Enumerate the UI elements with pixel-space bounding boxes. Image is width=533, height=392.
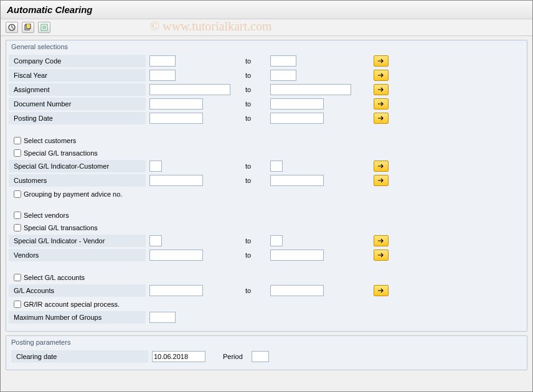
general-selections-title: General selections <box>6 40 527 54</box>
clearing-date-label: Clearing date <box>11 350 148 363</box>
vendors-row: Vendors to <box>9 248 524 262</box>
customers-from[interactable] <box>149 175 203 186</box>
select-vendors-row: Select vendors <box>9 209 524 222</box>
max-groups-input[interactable] <box>149 312 176 323</box>
execute-button[interactable] <box>6 22 18 33</box>
spec-gl-ind-vend-from[interactable] <box>149 235 162 246</box>
posting-parameters-group: Posting parameters Clearing date Period <box>6 335 527 370</box>
grir-checkbox[interactable] <box>14 301 21 308</box>
company-code-row: Company Code to <box>9 54 524 68</box>
customers-multi-button[interactable] <box>374 175 389 186</box>
spec-gl-ind-vend-row: Special G/L Indicator - Vendor to <box>9 234 524 248</box>
assignment-to[interactable] <box>270 84 351 95</box>
spec-gl-ind-vend-to[interactable] <box>270 235 283 246</box>
gl-accounts-row: G/L Accounts to <box>9 284 524 297</box>
period-input[interactable] <box>252 351 269 362</box>
vendors-label: Vendors <box>9 249 146 261</box>
options-button[interactable] <box>38 22 50 33</box>
spec-gl-ind-cust-to[interactable] <box>270 161 283 172</box>
toolbar <box>1 19 532 36</box>
fiscal-year-label: Fiscal Year <box>9 69 146 82</box>
document-number-multi-button[interactable] <box>374 98 389 110</box>
select-vendors-label: Select vendors <box>24 212 69 219</box>
spec-gl-ind-cust-row: Special G/L Indicator-Customer to <box>9 159 524 173</box>
grouping-advice-row: Grouping by payment advice no. <box>9 188 524 200</box>
gl-accounts-from[interactable] <box>149 285 203 296</box>
grir-label: GR/IR account special process. <box>24 301 120 308</box>
posting-parameters-title: Posting parameters <box>6 336 527 350</box>
posting-date-row: Posting Date to <box>9 111 524 125</box>
svg-line-2 <box>12 27 14 29</box>
variant-button[interactable] <box>22 22 34 33</box>
special-gl-trans-v-checkbox[interactable] <box>14 224 21 231</box>
grouping-advice-checkbox[interactable] <box>14 190 21 198</box>
company-code-to[interactable] <box>270 55 296 67</box>
fiscal-year-multi-button[interactable] <box>374 70 389 81</box>
select-vendors-checkbox[interactable] <box>14 212 21 219</box>
gl-accounts-to[interactable] <box>270 285 324 296</box>
special-gl-trans-v-row: Special G/L transactions <box>9 222 524 234</box>
fiscal-year-from[interactable] <box>149 70 176 81</box>
select-gl-label: Select G/L accounts <box>24 274 85 281</box>
gl-accounts-multi-button[interactable] <box>374 285 389 296</box>
assignment-multi-button[interactable] <box>374 84 389 95</box>
company-code-from[interactable] <box>149 55 176 67</box>
max-groups-row: Maximum Number of Groups <box>9 310 524 324</box>
general-selections-group: General selections Company Code to Fisca… <box>6 40 527 332</box>
spec-gl-ind-cust-multi-button[interactable] <box>374 161 389 172</box>
company-code-label: Company Code <box>9 55 146 67</box>
customers-to[interactable] <box>270 175 324 186</box>
spec-gl-ind-vend-label: Special G/L Indicator - Vendor <box>9 235 146 247</box>
document-number-row: Document Number to <box>9 97 524 111</box>
document-number-to[interactable] <box>270 98 324 110</box>
special-gl-trans-c-checkbox[interactable] <box>14 149 21 157</box>
clearing-date-row: Clearing date Period <box>9 350 524 363</box>
assignment-from[interactable] <box>149 84 230 95</box>
vendors-to[interactable] <box>270 250 324 261</box>
vendors-multi-button[interactable] <box>374 250 389 261</box>
spec-gl-ind-vend-multi-button[interactable] <box>374 235 389 246</box>
grir-row: GR/IR account special process. <box>9 298 524 310</box>
company-code-multi-button[interactable] <box>374 55 389 67</box>
spec-gl-ind-cust-label: Special G/L Indicator-Customer <box>9 160 146 172</box>
special-gl-trans-c-row: Special G/L transactions <box>9 147 524 159</box>
select-gl-row: Select G/L accounts <box>9 271 524 284</box>
customers-label: Customers <box>9 174 146 187</box>
document-number-label: Document Number <box>9 98 146 110</box>
vendors-from[interactable] <box>149 250 203 261</box>
max-groups-label: Maximum Number of Groups <box>9 311 146 324</box>
posting-date-from[interactable] <box>149 113 203 124</box>
clearing-date-input[interactable] <box>152 351 205 362</box>
posting-date-multi-button[interactable] <box>374 113 389 124</box>
select-customers-row: Select customers <box>9 134 524 147</box>
page-title: Automatic Clearing <box>1 1 532 19</box>
fiscal-year-row: Fiscal Year to <box>9 68 524 82</box>
to-label: to <box>245 57 270 65</box>
assignment-label: Assignment <box>9 83 146 96</box>
special-gl-trans-v-label: Special G/L transactions <box>24 224 98 231</box>
period-label: Period <box>205 353 252 360</box>
select-customers-checkbox[interactable] <box>14 137 21 144</box>
grouping-advice-label: Grouping by payment advice no. <box>24 190 122 198</box>
posting-date-to[interactable] <box>270 113 324 124</box>
svg-rect-4 <box>26 24 31 29</box>
posting-date-label: Posting Date <box>9 112 146 124</box>
fiscal-year-to[interactable] <box>270 70 296 81</box>
customers-row: Customers to <box>9 174 524 187</box>
spec-gl-ind-cust-from[interactable] <box>149 161 162 172</box>
gl-accounts-label: G/L Accounts <box>9 284 146 297</box>
document-number-from[interactable] <box>149 98 203 110</box>
assignment-row: Assignment to <box>9 83 524 96</box>
select-gl-checkbox[interactable] <box>14 274 21 281</box>
select-customers-label: Select customers <box>24 137 76 144</box>
special-gl-trans-c-label: Special G/L transactions <box>24 149 98 157</box>
